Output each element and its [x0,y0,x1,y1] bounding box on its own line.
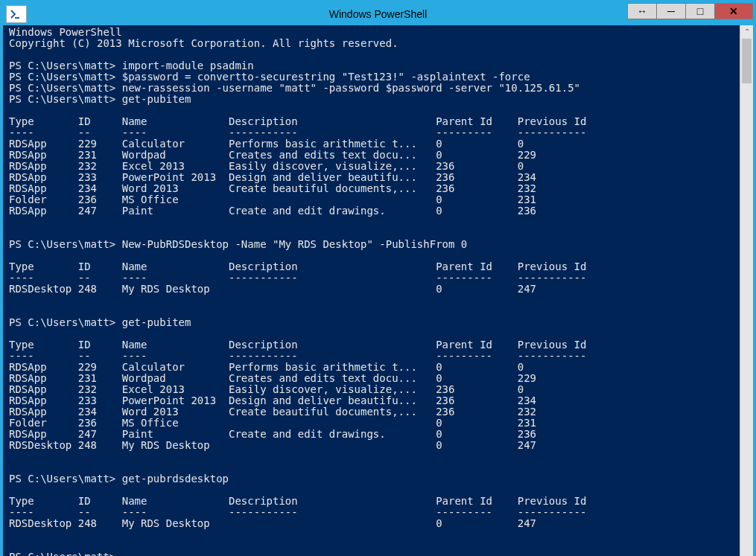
vertical-scrollbar[interactable]: ⌃ ⌄ [740,25,753,556]
scroll-down-button[interactable]: ⌄ [740,552,753,556]
window-controls: ↔ ─ □ ✕ [627,3,753,25]
scroll-thumb[interactable] [742,39,752,83]
minimize-button[interactable]: ─ [656,3,686,19]
titlebar[interactable]: Windows PowerShell ↔ ─ □ ✕ [3,3,753,25]
console-output[interactable]: Windows PowerShell Copyright (C) 2013 Mi… [3,25,740,556]
chevron-up-icon: ⌃ [744,28,750,36]
scroll-up-button[interactable]: ⌃ [740,25,753,38]
maximize-icon: □ [697,5,703,17]
client-area: Windows PowerShell Copyright (C) 2013 Mi… [3,25,753,556]
close-icon: ✕ [729,5,738,17]
resize-icon: ↔ [637,5,647,17]
minimize-icon: ─ [667,5,675,17]
powershell-window: Windows PowerShell ↔ ─ □ ✕ Windows Power… [0,0,756,556]
resize-button[interactable]: ↔ [627,3,657,19]
maximize-button[interactable]: □ [685,3,715,19]
powershell-icon[interactable] [6,5,27,23]
close-button[interactable]: ✕ [714,3,753,19]
